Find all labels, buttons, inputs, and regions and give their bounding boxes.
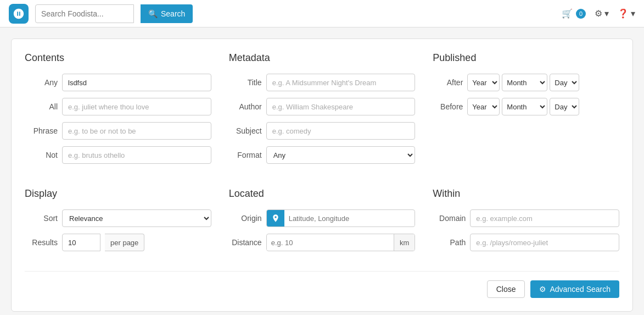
cart-icon: 🛒 — [562, 8, 573, 19]
search-button-label: Search — [161, 9, 185, 18]
domain-input[interactable] — [470, 209, 619, 227]
not-input[interactable] — [62, 146, 211, 164]
settings-button[interactable]: ⚙ ▾ — [595, 8, 609, 19]
gear-icon: ⚙ — [539, 285, 546, 294]
settings-chevron: ▾ — [604, 8, 609, 19]
panel-footer: Close ⚙ Advanced Search — [25, 271, 619, 298]
advanced-search-panel: Contents Any All Phrase Not — [11, 38, 633, 312]
contents-title: Contents — [25, 52, 211, 64]
distance-label: Distance — [229, 238, 262, 247]
distance-unit: km — [394, 234, 415, 251]
subject-label: Subject — [229, 126, 262, 135]
results-per-page-input[interactable] — [62, 234, 100, 251]
located-title: Located — [229, 188, 416, 200]
metadata-section: Metadata Title Author Subject Format Any — [229, 52, 416, 170]
origin-label: Origin — [229, 214, 262, 223]
before-year-select[interactable]: Year202420232022 — [467, 98, 500, 115]
phrase-input[interactable] — [62, 122, 211, 140]
format-label: Format — [229, 151, 262, 159]
main-search-button[interactable]: 🔍 Search — [141, 4, 193, 23]
within-title: Within — [433, 188, 619, 200]
advanced-search-label: Advanced Search — [550, 285, 611, 294]
path-label: Path — [433, 238, 466, 247]
phrase-label: Phrase — [25, 126, 58, 135]
distance-input[interactable] — [267, 235, 394, 250]
cart-count-badge: 0 — [576, 9, 586, 19]
display-title: Display — [25, 188, 211, 200]
gear-icon: ⚙ — [595, 8, 602, 19]
before-day-select[interactable]: Day12 — [550, 98, 579, 115]
main-search-input[interactable] — [35, 4, 134, 23]
search-icon: 🔍 — [148, 9, 158, 18]
help-icon: ❓ — [618, 8, 629, 19]
distance-input-wrapper: km — [266, 234, 416, 251]
site-logo[interactable] — [9, 4, 29, 24]
location-icon[interactable] — [267, 209, 284, 227]
sort-label: Sort — [25, 214, 58, 223]
close-button[interactable]: Close — [487, 280, 525, 298]
author-input[interactable] — [266, 98, 416, 115]
published-title: Published — [433, 52, 619, 64]
origin-input-wrapper — [266, 209, 416, 227]
within-section: Within Domain Path — [433, 188, 619, 258]
display-section: Display Sort Relevance Date Title Author… — [25, 188, 211, 258]
after-label: After — [433, 78, 463, 87]
cart-button[interactable]: 🛒 0 — [562, 8, 586, 19]
all-input[interactable] — [62, 98, 211, 115]
advanced-search-button[interactable]: ⚙ Advanced Search — [530, 280, 619, 298]
title-label: Title — [229, 78, 262, 87]
not-label: Not — [25, 151, 58, 159]
sort-select[interactable]: Relevance Date Title Author — [62, 209, 211, 227]
contents-section: Contents Any All Phrase Not — [25, 52, 211, 170]
metadata-title: Metadata — [229, 52, 416, 64]
format-select[interactable]: Any Book Article Journal Magazine — [266, 146, 416, 164]
all-label: All — [25, 102, 58, 111]
located-section: Located Origin Distance — [229, 188, 416, 258]
results-label: Results — [25, 238, 58, 247]
any-input[interactable] — [62, 74, 211, 91]
before-month-select[interactable]: MonthJanuaryFebruary — [502, 98, 547, 115]
help-button[interactable]: ❓ ▾ — [618, 8, 635, 19]
after-day-select[interactable]: Day12 — [550, 74, 579, 91]
published-section: Published After Year202420232022 MonthJa… — [433, 52, 619, 170]
subject-input[interactable] — [266, 122, 416, 140]
before-label: Before — [433, 102, 463, 111]
path-input[interactable] — [470, 234, 619, 251]
after-year-select[interactable]: Year202420232022 — [467, 74, 500, 91]
origin-input[interactable] — [284, 211, 415, 226]
domain-label: Domain — [433, 214, 466, 223]
help-chevron: ▾ — [631, 8, 635, 19]
after-month-select[interactable]: MonthJanuaryFebruary — [502, 74, 547, 91]
results-suffix: per page — [105, 234, 144, 251]
author-label: Author — [229, 102, 262, 111]
any-label: Any — [25, 78, 58, 87]
title-input[interactable] — [266, 74, 416, 91]
